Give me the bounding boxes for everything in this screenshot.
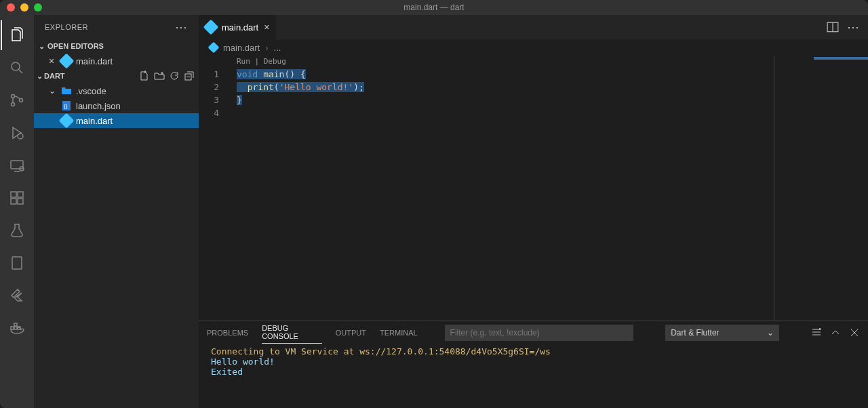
console-line: Exited [211, 367, 856, 377]
refresh-icon[interactable] [169, 70, 180, 81]
tab-main-dart[interactable]: main.dart × [199, 15, 277, 39]
folder-actions [139, 70, 195, 81]
search-icon[interactable] [1, 53, 33, 83]
debug-console-output[interactable]: Connecting to VM Service at ws://127.0.0… [199, 344, 868, 408]
tree-item-label: launch.json [76, 101, 121, 111]
tree-file-launch-json[interactable]: {} launch.json [34, 98, 199, 113]
titlebar: main.dart — dart [0, 0, 868, 15]
new-file-icon[interactable] [139, 70, 150, 81]
chevron-down-icon: ⌄ [767, 328, 774, 338]
chevron-down-icon: ⌄ [37, 42, 46, 51]
clear-console-icon[interactable] [811, 327, 822, 338]
source-control-icon[interactable] [1, 85, 33, 115]
open-editor-filename: main.dart [76, 56, 113, 66]
minimap-selection [814, 57, 868, 60]
svg-rect-11 [11, 199, 16, 204]
tree-item-label: main.dart [76, 116, 113, 126]
json-file-icon: {} [61, 100, 72, 111]
svg-marker-5 [13, 127, 21, 138]
line-number-gutter: 1 2 3 4 [199, 68, 231, 321]
svg-point-3 [12, 103, 15, 106]
codelens-run-debug[interactable]: Run | Debug [231, 57, 286, 66]
console-line: Connecting to VM Service at ws://127.0.0… [211, 346, 856, 356]
workbench-body: EXPLORER ⋯ ⌄ OPEN EDITORS × main.dart ⌄ … [0, 15, 868, 408]
docker-icon[interactable] [1, 313, 33, 343]
editor-group: main.dart × ⋯ main.dart › ... Run | Debu… [199, 15, 868, 408]
svg-rect-15 [12, 257, 22, 269]
svg-point-4 [20, 99, 23, 102]
text-editor[interactable]: Run | Debug 1 2 3 4 void main() { print(… [199, 56, 800, 321]
tab-label: main.dart [222, 22, 258, 33]
chevron-down-icon: ⌄ [49, 86, 57, 96]
breadcrumbs[interactable]: main.dart › ... [199, 39, 868, 56]
code-content[interactable]: void main() { print('Hello world!'); } [231, 68, 364, 321]
sidebar-more-icon[interactable]: ⋯ [175, 20, 188, 35]
dart-file-icon [59, 113, 75, 129]
panel-tab-problems[interactable]: Problems [207, 326, 248, 340]
dart-file-icon [208, 42, 220, 54]
explorer-icon[interactable] [1, 20, 33, 50]
svg-point-6 [18, 134, 23, 139]
breadcrumb-file[interactable]: main.dart [223, 43, 260, 53]
breadcrumb-more[interactable]: ... [274, 43, 281, 53]
panel-tab-debug-console[interactable]: Debug Console [262, 321, 322, 344]
tree-item-label: .vscode [76, 86, 106, 96]
editor-ruler [774, 56, 774, 321]
dart-file-icon [59, 54, 75, 69]
debug-session-select[interactable]: Dart & Flutter ⌄ [665, 325, 778, 341]
svg-rect-16 [11, 327, 14, 329]
bookmark-icon[interactable] [1, 248, 33, 278]
remote-icon[interactable] [1, 150, 33, 180]
sidebar-title: EXPLORER [45, 23, 88, 31]
debug-session-label: Dart & Flutter [671, 328, 719, 338]
testing-icon[interactable] [1, 216, 33, 245]
collapse-all-icon[interactable] [184, 70, 195, 81]
editor-actions: ⋯ [827, 15, 868, 39]
activity-bar [0, 15, 34, 408]
close-tab-icon[interactable]: × [264, 22, 269, 33]
panel-actions [811, 327, 860, 338]
close-panel-icon[interactable] [849, 327, 860, 338]
window-title: main.dart — dart [0, 3, 868, 12]
new-folder-icon[interactable] [154, 70, 165, 81]
panel-tab-bar: Problems Debug Console Output Terminal D… [199, 321, 868, 344]
svg-rect-13 [18, 192, 23, 197]
breadcrumb-separator: › [265, 43, 268, 53]
open-editors-label: OPEN EDITORS [47, 42, 104, 50]
chevron-down-icon: ⌄ [37, 72, 43, 81]
folder-header[interactable]: ⌄ DART [34, 68, 199, 83]
run-debug-icon[interactable] [1, 118, 33, 148]
tabs: main.dart × [199, 15, 277, 39]
panel-tab-output[interactable]: Output [336, 326, 366, 340]
close-editor-icon[interactable]: × [46, 56, 57, 66]
tree-folder-vscode[interactable]: ⌄ .vscode [34, 83, 199, 98]
svg-rect-7 [11, 161, 23, 169]
dart-file-icon [203, 20, 219, 35]
open-editors-header[interactable]: ⌄ OPEN EDITORS [34, 39, 199, 54]
vscode-window: main.dart — dart [0, 0, 868, 408]
split-editor-icon[interactable] [827, 21, 839, 33]
debug-filter-input[interactable] [445, 325, 633, 341]
open-editor-item[interactable]: × main.dart [34, 54, 199, 68]
folder-name: DART [44, 72, 65, 80]
svg-point-0 [12, 62, 20, 70]
svg-rect-19 [14, 323, 17, 326]
editor-more-icon[interactable]: ⋯ [847, 20, 860, 35]
editor-area: Run | Debug 1 2 3 4 void main() { print(… [199, 56, 868, 321]
svg-rect-12 [18, 199, 23, 204]
svg-rect-10 [11, 192, 16, 197]
vscode-folder-icon [61, 85, 72, 96]
svg-line-1 [19, 70, 23, 74]
tab-bar: main.dart × ⋯ [199, 15, 868, 39]
tree-file-main-dart[interactable]: main.dart [34, 113, 199, 128]
console-line: Hello world! [211, 356, 856, 367]
sidebar-title-row: EXPLORER ⋯ [34, 15, 199, 39]
svg-text:{}: {} [64, 103, 68, 109]
minimap[interactable] [800, 56, 868, 321]
svg-rect-17 [14, 327, 17, 329]
flutter-icon[interactable] [1, 281, 33, 310]
panel-tab-terminal[interactable]: Terminal [380, 326, 418, 340]
expand-panel-icon[interactable] [830, 327, 841, 338]
extensions-icon[interactable] [1, 183, 33, 213]
svg-point-2 [12, 95, 15, 98]
